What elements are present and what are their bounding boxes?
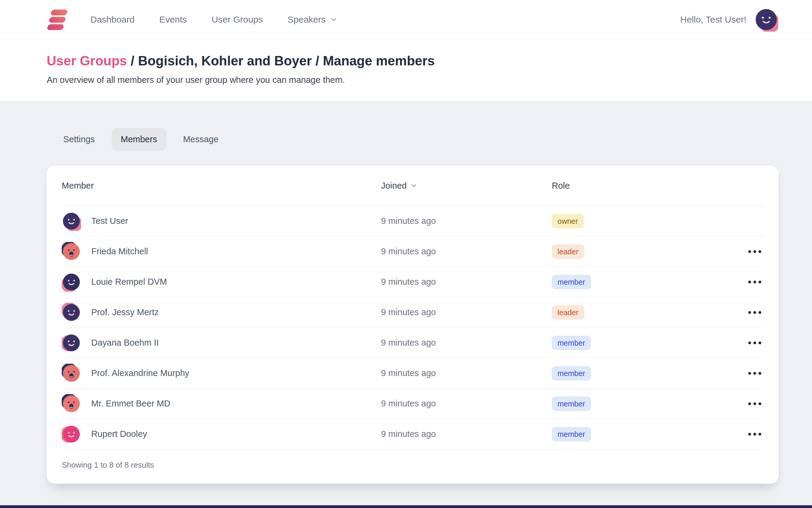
member-avatar <box>62 242 81 261</box>
actions-cell <box>733 428 764 440</box>
ellipsis-icon <box>748 401 762 406</box>
table-header-row: Member Joined Role <box>62 166 764 206</box>
member-avatar <box>62 333 81 352</box>
member-name: Frieda Mitchell <box>91 247 148 256</box>
table-row: Frieda Mitchell 9 minutes ago leader <box>62 237 764 267</box>
joined-text: 9 minutes ago <box>381 307 436 317</box>
member-cell: Mr. Emmet Beer MD <box>62 394 381 413</box>
tab-message[interactable]: Message <box>174 128 228 151</box>
nav-links: Dashboard Events User Groups Speakers <box>90 14 337 25</box>
joined-cell: 9 minutes ago <box>381 398 552 409</box>
breadcrumb-group-name: Bogisich, Kohler and Boyer <box>138 53 312 68</box>
actions-cell <box>733 276 764 288</box>
member-name: Prof. Jessy Mertz <box>91 307 159 317</box>
page-subtitle: An overview of all members of your user … <box>47 75 765 85</box>
member-cell: Rupert Dooley <box>62 425 381 444</box>
user-avatar[interactable] <box>754 7 778 32</box>
table-row: Mr. Emmet Beer MD 9 minutes ago member <box>62 389 764 419</box>
joined-text: 9 minutes ago <box>381 277 436 287</box>
joined-text: 9 minutes ago <box>381 429 436 439</box>
joined-text: 9 minutes ago <box>381 338 436 348</box>
role-cell: member <box>552 366 733 381</box>
table-row: Dayana Boehm II 9 minutes ago member <box>62 328 764 358</box>
nav-user-area: Hello, Test User! <box>680 7 778 32</box>
member-cell: Louie Rempel DVM <box>62 272 381 292</box>
joined-cell: 9 minutes ago <box>381 277 552 287</box>
brand-logo-icon[interactable] <box>43 7 68 32</box>
role-badge: member <box>552 366 591 381</box>
joined-text: 9 minutes ago <box>381 398 436 409</box>
table-body: Test User 9 minutes ago owner Frieda Mit… <box>62 206 764 450</box>
tab-members[interactable]: Members <box>112 128 166 151</box>
role-badge: owner <box>552 214 584 228</box>
column-header-member: Member <box>62 181 381 191</box>
nav-item-user-groups[interactable]: User Groups <box>212 14 263 25</box>
role-cell: member <box>552 275 733 289</box>
joined-text: 9 minutes ago <box>381 368 436 378</box>
bottom-accent-bar <box>0 505 812 508</box>
actions-cell <box>733 307 764 318</box>
actions-cell <box>733 368 764 379</box>
sort-chevron-down-icon[interactable] <box>410 182 417 189</box>
ellipsis-icon <box>748 310 762 314</box>
row-menu-button[interactable] <box>746 246 764 257</box>
table-row: Test User 9 minutes ago owner <box>62 206 764 237</box>
member-name: Rupert Dooley <box>91 429 147 439</box>
joined-cell: 9 minutes ago <box>381 429 552 439</box>
joined-cell: 9 minutes ago <box>381 368 552 378</box>
member-cell: Test User <box>62 212 381 231</box>
role-cell: leader <box>552 244 733 259</box>
role-badge: member <box>552 336 591 350</box>
main-content: Settings Members Message Member Joined R… <box>0 101 812 483</box>
member-avatar <box>62 394 81 413</box>
row-menu-button[interactable] <box>746 398 764 410</box>
breadcrumb-user-groups-link[interactable]: User Groups <box>47 53 127 68</box>
member-name: Dayana Boehm II <box>91 338 159 348</box>
ellipsis-icon <box>748 432 762 436</box>
member-cell: Dayana Boehm II <box>62 333 381 352</box>
actions-cell <box>733 246 764 257</box>
member-name: Test User <box>91 216 128 226</box>
ellipsis-icon <box>748 341 762 345</box>
role-cell: owner <box>552 214 733 228</box>
page-header: User Groups / Bogisich, Kohler and Boyer… <box>0 39 812 101</box>
actions-cell <box>733 398 764 410</box>
nav-item-label: Events <box>159 14 187 25</box>
member-avatar <box>62 212 81 231</box>
member-name: Louie Rempel DVM <box>91 277 167 287</box>
column-header-joined[interactable]: Joined <box>381 181 552 191</box>
row-menu-button[interactable] <box>746 337 764 349</box>
top-navigation: Dashboard Events User Groups Speakers He… <box>0 0 812 39</box>
nav-item-events[interactable]: Events <box>159 14 187 25</box>
tab-bar: Settings Members Message <box>54 128 812 151</box>
nav-item-speakers[interactable]: Speakers <box>288 14 338 25</box>
role-badge: leader <box>552 305 584 320</box>
joined-cell: 9 minutes ago <box>381 307 552 317</box>
row-menu-button[interactable] <box>746 428 764 440</box>
nav-item-dashboard[interactable]: Dashboard <box>90 14 135 25</box>
breadcrumb-separator: / <box>315 53 323 68</box>
nav-item-label: Dashboard <box>90 14 135 25</box>
tab-settings[interactable]: Settings <box>54 128 104 151</box>
table-row: Rupert Dooley 9 minutes ago member <box>62 419 764 450</box>
table-row: Prof. Alexandrine Murphy 9 minutes ago m… <box>62 358 764 389</box>
breadcrumb-page-name: Manage members <box>323 53 435 68</box>
row-menu-button[interactable] <box>746 307 764 318</box>
ellipsis-icon <box>748 280 762 284</box>
member-name: Mr. Emmet Beer MD <box>91 398 171 409</box>
actions-cell <box>733 215 764 227</box>
table-row: Prof. Jessy Mertz 9 minutes ago leader <box>62 297 764 328</box>
joined-cell: 9 minutes ago <box>381 247 552 256</box>
role-badge: member <box>552 427 591 441</box>
row-menu-button[interactable] <box>746 276 764 288</box>
joined-cell: 9 minutes ago <box>381 338 552 348</box>
results-summary: Showing 1 to 8 of 8 results <box>62 450 764 470</box>
member-name: Prof. Alexandrine Murphy <box>91 368 189 378</box>
nav-item-label: Speakers <box>288 14 326 25</box>
breadcrumb-separator: / <box>131 53 138 68</box>
joined-cell: 9 minutes ago <box>381 216 552 226</box>
column-header-joined-label: Joined <box>381 181 407 191</box>
nav-item-label: User Groups <box>212 14 263 25</box>
joined-text: 9 minutes ago <box>381 247 436 256</box>
row-menu-button[interactable] <box>746 368 764 379</box>
